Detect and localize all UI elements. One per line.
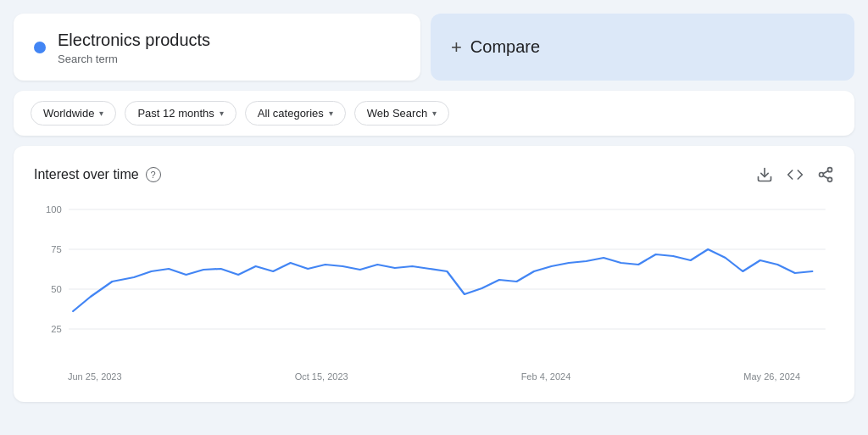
filter-category-label: All categories xyxy=(258,107,324,120)
x-label-2: Oct 15, 2023 xyxy=(295,371,348,382)
chart-svg: 100 75 50 25 xyxy=(34,197,834,366)
chart-title-row: Interest over time ? xyxy=(34,167,161,182)
filter-search-type-label: Web Search xyxy=(367,107,427,120)
chart-actions xyxy=(756,166,834,183)
filter-category[interactable]: All categories ▾ xyxy=(245,101,346,125)
search-term-dot xyxy=(34,42,46,53)
download-button[interactable] xyxy=(756,166,773,183)
share-icon xyxy=(817,166,834,183)
chart-container: 100 75 50 25 xyxy=(34,197,834,366)
download-icon xyxy=(756,166,773,183)
filter-time-range-label: Past 12 months xyxy=(137,107,214,120)
top-section: Electronics products Search term + Compa… xyxy=(14,14,854,81)
compare-card[interactable]: + Compare xyxy=(431,14,854,81)
svg-text:50: 50 xyxy=(51,284,62,294)
search-term-text: Electronics products Search term xyxy=(58,29,210,65)
search-term-title: Electronics products xyxy=(58,29,210,51)
chevron-down-icon: ▾ xyxy=(432,109,437,118)
filter-location-label: Worldwide xyxy=(43,107,94,120)
help-icon[interactable]: ? xyxy=(146,167,161,182)
svg-text:100: 100 xyxy=(46,204,62,215)
x-label-1: Jun 25, 2023 xyxy=(68,371,122,382)
compare-label: Compare xyxy=(470,37,540,57)
embed-icon xyxy=(787,166,804,183)
svg-text:25: 25 xyxy=(51,324,62,334)
chevron-down-icon: ▾ xyxy=(99,109,103,118)
chart-title: Interest over time xyxy=(34,167,139,182)
share-button[interactable] xyxy=(817,166,834,183)
search-term-subtitle: Search term xyxy=(58,53,210,65)
filter-search-type[interactable]: Web Search ▾ xyxy=(354,101,449,125)
x-label-3: Feb 4, 2024 xyxy=(521,371,571,382)
filter-time-range[interactable]: Past 12 months ▾ xyxy=(125,101,236,125)
compare-plus-icon: + xyxy=(451,38,462,57)
search-term-card: Electronics products Search term xyxy=(14,14,420,81)
chevron-down-icon: ▾ xyxy=(220,109,224,118)
chart-header: Interest over time ? xyxy=(34,166,834,183)
svg-line-4 xyxy=(823,176,828,178)
embed-button[interactable] xyxy=(787,166,804,183)
filters-bar: Worldwide ▾ Past 12 months ▾ All categor… xyxy=(14,91,854,136)
x-axis-labels: Jun 25, 2023 Oct 15, 2023 Feb 4, 2024 Ma… xyxy=(34,366,834,382)
chevron-down-icon: ▾ xyxy=(329,109,333,118)
chart-card: Interest over time ? xyxy=(14,146,854,402)
filter-location[interactable]: Worldwide ▾ xyxy=(31,101,116,125)
svg-text:75: 75 xyxy=(51,244,62,254)
svg-line-5 xyxy=(823,170,828,173)
x-label-4: May 26, 2024 xyxy=(743,371,800,382)
